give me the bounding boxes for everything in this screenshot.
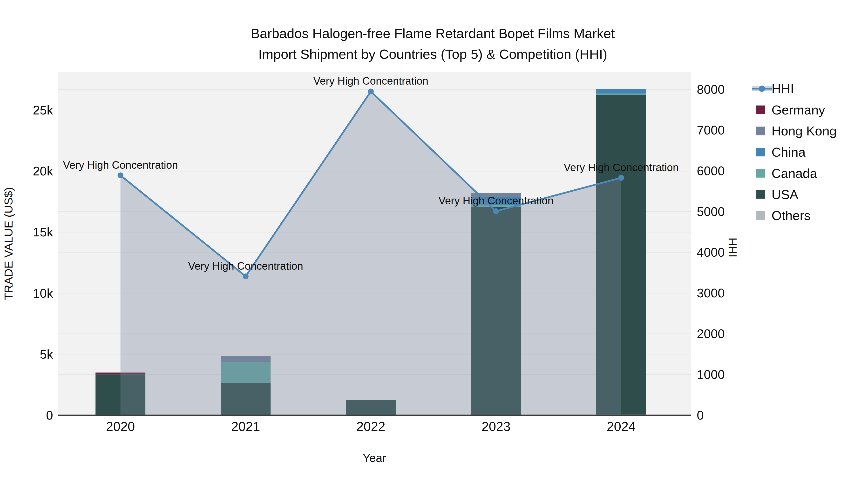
legend-swatch-canada bbox=[756, 169, 765, 177]
right-tick-0: 0 bbox=[697, 408, 704, 422]
hhi-marker-2022[interactable] bbox=[368, 89, 374, 94]
legend-item-hong-kong[interactable]: Hong Kong bbox=[756, 124, 837, 138]
left-tick-5k: 5k bbox=[40, 347, 53, 361]
chart: 05k10k15k20k25k0100020003000400050006000… bbox=[0, 0, 868, 488]
legend-item-canada[interactable]: Canada bbox=[756, 166, 817, 181]
legend-label-others: Others bbox=[772, 208, 811, 223]
chart-title-line2: Import Shipment by Countries (Top 5) & C… bbox=[258, 46, 607, 62]
legend-label-canada: Canada bbox=[772, 166, 817, 181]
left-tick-0: 0 bbox=[46, 408, 53, 422]
bar-china-2024[interactable] bbox=[596, 89, 646, 94]
chart-container: 05k10k15k20k25k0100020003000400050006000… bbox=[0, 0, 868, 488]
left-tick-15k: 15k bbox=[33, 225, 53, 239]
left-tick-25k: 25k bbox=[33, 103, 53, 117]
x-tick-2021: 2021 bbox=[231, 419, 260, 433]
right-tick-8000: 8000 bbox=[697, 83, 725, 96]
x-tick-2023: 2023 bbox=[482, 419, 510, 433]
legend-item-germany[interactable]: Germany bbox=[756, 103, 825, 117]
legend-label-hong-kong: Hong Kong bbox=[772, 124, 837, 138]
legend-item-hhi[interactable]: HHI bbox=[752, 82, 794, 96]
annotation-2023: Very High Concentration bbox=[439, 195, 554, 206]
x-axis-title: Year bbox=[363, 452, 386, 464]
legend-item-others[interactable]: Others bbox=[756, 208, 811, 223]
right-tick-6000: 6000 bbox=[697, 164, 725, 178]
legend-hhi-marker-sample bbox=[759, 86, 765, 92]
right-axis-title: HHI bbox=[726, 238, 739, 258]
hhi-marker-2024[interactable] bbox=[618, 175, 624, 181]
right-tick-5000: 5000 bbox=[697, 205, 725, 219]
left-tick-10k: 10k bbox=[33, 286, 53, 300]
hhi-marker-2023[interactable] bbox=[493, 208, 499, 214]
right-tick-3000: 3000 bbox=[697, 286, 725, 300]
legend-label-hhi: HHI bbox=[772, 82, 794, 96]
legend-label-germany: Germany bbox=[772, 103, 825, 117]
annotation-2021: Very High Concentration bbox=[188, 260, 303, 272]
bar-canada-2024[interactable] bbox=[596, 94, 646, 95]
x-tick-2020: 2020 bbox=[106, 419, 135, 433]
legend-label-china: China bbox=[772, 145, 806, 159]
left-tick-20k: 20k bbox=[33, 164, 53, 178]
legend-swatch-hong-kong bbox=[756, 127, 765, 135]
annotation-2022: Very High Concentration bbox=[313, 75, 429, 87]
legend-swatch-others bbox=[756, 211, 765, 220]
right-tick-4000: 4000 bbox=[697, 245, 725, 259]
legend-label-usa: USA bbox=[772, 187, 798, 202]
x-tick-2024: 2024 bbox=[607, 419, 636, 433]
legend-swatch-usa bbox=[756, 190, 765, 199]
legend-swatch-germany bbox=[756, 105, 765, 114]
right-tick-1000: 1000 bbox=[697, 367, 725, 382]
x-tick-2022: 2022 bbox=[356, 419, 385, 433]
legend-item-china[interactable]: China bbox=[756, 145, 806, 159]
hhi-marker-2021[interactable] bbox=[243, 273, 249, 279]
hhi-marker-2020[interactable] bbox=[118, 172, 123, 178]
right-tick-7000: 7000 bbox=[697, 123, 725, 137]
left-axis-title: TRADE VALUE (US$) bbox=[2, 187, 15, 300]
annotation-2020: Very High Concentration bbox=[63, 159, 178, 171]
legend-item-usa[interactable]: USA bbox=[756, 187, 798, 202]
legend-swatch-china bbox=[756, 148, 765, 156]
right-tick-2000: 2000 bbox=[697, 327, 725, 341]
chart-title-line1: Barbados Halogen-free Flame Retardant Bo… bbox=[251, 26, 615, 41]
annotation-2024: Very High Concentration bbox=[564, 161, 679, 173]
legend: HHIGermanyHong KongChinaCanadaUSAOthers bbox=[752, 82, 837, 223]
